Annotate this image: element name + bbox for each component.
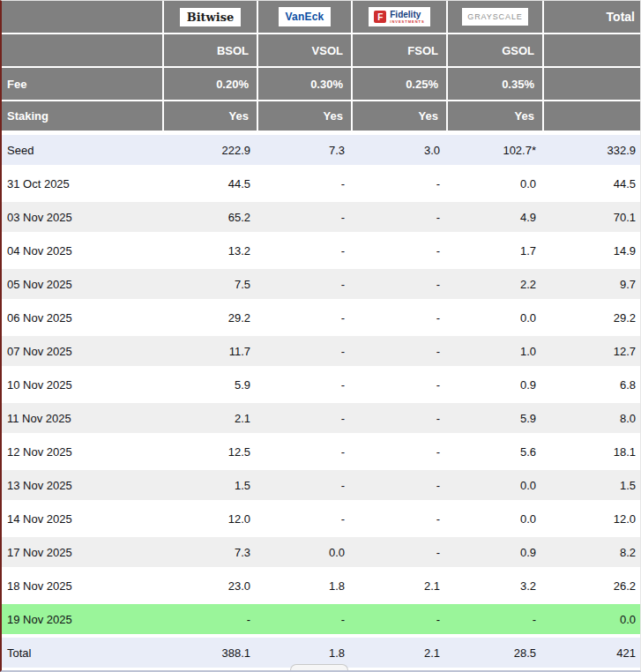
ticker-gsol: GSOL <box>448 34 544 68</box>
ticker-vsol: VSOL <box>258 34 353 68</box>
staking-value: Yes <box>164 101 258 135</box>
total-cell: 26.2 <box>544 571 640 604</box>
row-11-nov-2025: 11 Nov 2025 2.1 - - 5.9 8.0 <box>2 403 640 437</box>
value-cell: 11.7 <box>164 336 258 370</box>
blank-corner-cell <box>2 1 164 34</box>
value-cell: - <box>258 604 353 638</box>
total-cell: 70.1 <box>544 202 640 235</box>
vaneck-logo: VanEck <box>279 7 332 26</box>
value-cell: - <box>258 336 353 370</box>
total-cell: 14.9 <box>544 235 640 269</box>
value-cell: - <box>258 470 353 504</box>
row-label: 13 Nov 2025 <box>2 470 164 504</box>
row-label: 11 Nov 2025 <box>2 403 164 437</box>
value-cell: - <box>448 604 544 638</box>
fidelity-subtext: INVESTMENTS <box>390 19 424 24</box>
bitwise-logo: Bitwise <box>180 8 242 26</box>
value-cell: 12.5 <box>164 437 258 470</box>
value-cell: - <box>258 269 353 302</box>
row-04-nov-2025: 04 Nov 2025 13.2 - - 1.7 14.9 <box>2 235 640 269</box>
value-cell: - <box>258 235 353 269</box>
grayscale-logo: GRAYSCALE <box>462 8 527 26</box>
row-label: Total <box>2 638 164 671</box>
value-cell: 7.3 <box>258 135 353 168</box>
value-cell: - <box>353 403 448 437</box>
value-cell: 5.9 <box>164 370 258 403</box>
value-cell: 23.0 <box>164 571 258 604</box>
total-cell: 0.0 <box>544 604 640 638</box>
bottom-drag-handle[interactable] <box>290 664 348 671</box>
value-cell: 0.0 <box>258 537 353 571</box>
value-cell: 102.7* <box>448 135 544 168</box>
value-cell: 28.5 <box>448 638 544 671</box>
row-10-nov-2025: 10 Nov 2025 5.9 - - 0.9 6.8 <box>2 370 640 403</box>
total-cell: 12.7 <box>544 336 640 370</box>
value-cell: - <box>353 470 448 504</box>
row-label: 10 Nov 2025 <box>2 370 164 403</box>
staking-value: Yes <box>258 101 353 135</box>
ticker-row: BSOL VSOL FSOL GSOL <box>2 34 640 68</box>
row-05-nov-2025: 05 Nov 2025 7.5 - - 2.2 9.7 <box>2 269 640 302</box>
value-cell: 2.2 <box>448 269 544 302</box>
vaneck-header-cell: VanEck <box>258 1 353 34</box>
value-cell: - <box>353 168 448 202</box>
row-label: 03 Nov 2025 <box>2 202 164 235</box>
value-cell: 388.1 <box>164 638 258 671</box>
solana-etf-flows-table: Bitwise VanEck F Fidelity INVESTMENTS <box>2 1 640 671</box>
staking-row: Staking Yes Yes Yes Yes <box>2 101 640 135</box>
logo-row: Bitwise VanEck F Fidelity INVESTMENTS <box>2 1 640 34</box>
value-cell: 3.2 <box>448 571 544 604</box>
row-seed: Seed 222.9 7.3 3.0 102.7* 332.9 <box>2 135 640 168</box>
blank-cell <box>544 101 640 135</box>
value-cell: 0.0 <box>448 504 544 537</box>
fidelity-logo: F Fidelity INVESTMENTS <box>369 7 429 26</box>
row-14-nov-2025: 14 Nov 2025 12.0 - - 0.0 12.0 <box>2 504 640 537</box>
value-cell: 0.9 <box>448 370 544 403</box>
value-cell: - <box>258 168 353 202</box>
total-cell: 9.7 <box>544 269 640 302</box>
value-cell: - <box>258 504 353 537</box>
value-cell: - <box>353 202 448 235</box>
blank-cell <box>2 34 164 68</box>
fee-row: Fee 0.20% 0.30% 0.25% 0.35% <box>2 68 640 101</box>
row-label: 12 Nov 2025 <box>2 437 164 470</box>
staking-value: Yes <box>448 101 544 135</box>
fidelity-header-cell: F Fidelity INVESTMENTS <box>353 1 448 34</box>
fee-row-label: Fee <box>2 68 164 101</box>
blank-cell <box>544 34 640 68</box>
row-label: 19 Nov 2025 <box>2 604 164 638</box>
row-label: 07 Nov 2025 <box>2 336 164 370</box>
value-cell: 0.0 <box>448 302 544 336</box>
row-label: 14 Nov 2025 <box>2 504 164 537</box>
row-18-nov-2025: 18 Nov 2025 23.0 1.8 2.1 3.2 26.2 <box>2 571 640 604</box>
value-cell: 1.5 <box>164 470 258 504</box>
value-cell: - <box>353 269 448 302</box>
row-07-nov-2025: 07 Nov 2025 11.7 - - 1.0 12.7 <box>2 336 640 370</box>
total-cell: 44.5 <box>544 168 640 202</box>
value-cell: 2.1 <box>353 571 448 604</box>
value-cell: 0.0 <box>448 470 544 504</box>
row-31-oct-2025: 31 Oct 2025 44.5 - - 0.0 44.5 <box>2 168 640 202</box>
ticker-fsol: FSOL <box>353 34 448 68</box>
fee-value: 0.20% <box>164 68 258 101</box>
ticker-bsol: BSOL <box>164 34 258 68</box>
value-cell: 1.7 <box>448 235 544 269</box>
total-cell: 29.2 <box>544 302 640 336</box>
row-label: 05 Nov 2025 <box>2 269 164 302</box>
value-cell: - <box>258 437 353 470</box>
bitwise-header-cell: Bitwise <box>164 1 258 34</box>
value-cell: 5.6 <box>448 437 544 470</box>
grayscale-header-cell: GRAYSCALE <box>448 1 544 34</box>
value-cell: 13.2 <box>164 235 258 269</box>
value-cell: 2.1 <box>164 403 258 437</box>
row-19-nov-2025-highlighted: 19 Nov 2025 - - - - 0.0 <box>2 604 640 638</box>
blank-cell <box>544 68 640 101</box>
value-cell: - <box>353 302 448 336</box>
total-cell: 1.5 <box>544 470 640 504</box>
total-cell: 421 <box>544 638 640 671</box>
value-cell: - <box>258 302 353 336</box>
fidelity-wordmark: Fidelity <box>390 10 421 19</box>
value-cell: - <box>353 336 448 370</box>
value-cell: 2.1 <box>353 638 448 671</box>
etf-flows-panel: Bitwise VanEck F Fidelity INVESTMENTS <box>0 0 641 672</box>
